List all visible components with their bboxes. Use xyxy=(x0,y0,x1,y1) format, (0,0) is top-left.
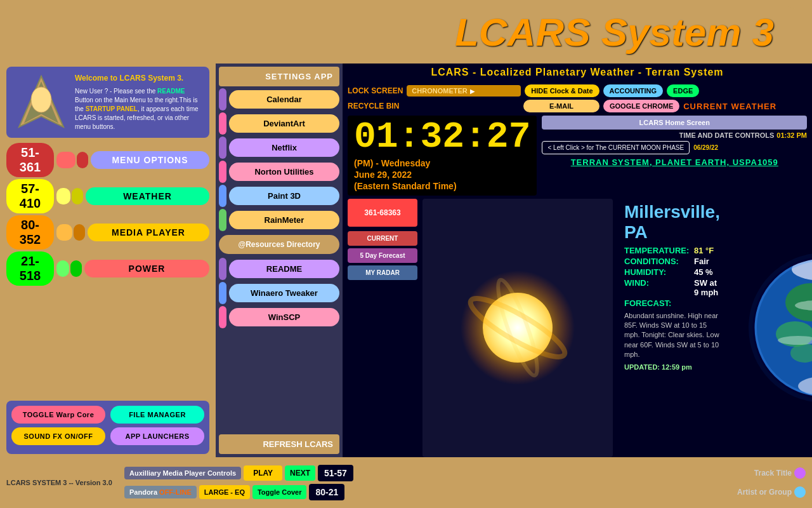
bar-green xyxy=(56,260,69,277)
eq-btn[interactable]: LARGE - EQ xyxy=(199,485,250,499)
app-launchers-btn[interactable]: APP LAUNCHERS xyxy=(110,427,204,445)
moon-date: 06/29/22 xyxy=(693,144,718,151)
artist-dot xyxy=(794,486,806,498)
updated-text: UPDATED: 12:59 pm xyxy=(624,363,720,371)
num-badge-3: 80-352 xyxy=(6,215,54,250)
email-btn[interactable]: E-MAIL xyxy=(523,100,599,112)
media-controls: Auxilliary Media Player Controls PLAY NE… xyxy=(124,465,806,500)
toggle-warp-btn[interactable]: TOGGLE Warp Core xyxy=(11,406,105,424)
bar-darkorange xyxy=(74,224,85,241)
weather-tabs-panel: 361-68363 CURRENT 5 Day Forecast MY RADA… xyxy=(348,199,417,457)
forecast-text: Abundant sunshine. High near 85F. Winds … xyxy=(624,311,720,360)
right-panel: LCARS - Localized Planetary Weather - Te… xyxy=(343,64,812,457)
edge-btn[interactable]: EDGE xyxy=(667,84,699,97)
app-dot-deviantart xyxy=(219,112,226,135)
deviantart-btn[interactable]: DeviantArt xyxy=(229,114,339,133)
num-row-3: 80-352 MEDIA PLAYER xyxy=(6,215,209,250)
num-display: 361-68363 xyxy=(348,199,417,227)
bottom-bar: LCARS SYSTEM 3 -- Version 3.0 Auxilliary… xyxy=(0,457,812,508)
clock-datetime: (PM) - Wednesday June 29, 2022 (Eastern … xyxy=(354,157,530,192)
track-num-bottom: 80-21 xyxy=(309,484,344,500)
clock-period: (PM) - Wednesday xyxy=(354,157,530,169)
bar-darkgreen xyxy=(70,260,82,277)
google-chrome-btn[interactable]: GOOGLE CHROME xyxy=(603,100,679,112)
app-dot-norton xyxy=(219,161,226,183)
bar-darkred xyxy=(77,152,88,168)
app-dot-winscp xyxy=(219,306,226,328)
num-badge-4: 21-518 xyxy=(6,251,54,286)
readme-btn[interactable]: README xyxy=(229,260,339,278)
wind-label: WIND: xyxy=(624,278,694,297)
conditions-label: CONDITIONS: xyxy=(624,257,694,266)
next-btn[interactable]: NEXT xyxy=(285,465,315,481)
norton-btn[interactable]: Norton Utilities xyxy=(229,163,339,181)
5day-forecast-tab[interactable]: 5 Day Forecast xyxy=(348,248,417,263)
middle-panel: SETTINGS APP Calendar DeviantArt Netflix… xyxy=(216,64,343,457)
app-item-rainmeter: RainMeter xyxy=(219,209,339,231)
app-item-calendar: Calendar xyxy=(219,88,339,110)
winscp-btn[interactable]: WinSCP xyxy=(229,308,339,326)
weather-temperature-row: TEMPERATURE: 81 °F xyxy=(624,246,720,255)
current-weather-label: CURRENT WEATHER xyxy=(683,102,776,111)
moon-phase-btn[interactable]: < Left Click > for The CURRENT MOON PHAS… xyxy=(542,141,690,154)
clock-time: 01:32:27 xyxy=(354,119,530,156)
num-row-1: 51-361 MENU OPTIONS xyxy=(6,143,209,177)
play-btn[interactable]: PLAY xyxy=(244,465,282,481)
time-date-controls: TIME AND DATE CONTROLS 01:32 PM xyxy=(542,131,807,139)
cover-btn[interactable]: Toggle Cover xyxy=(252,485,306,499)
controls-row1: LOCK SCREEN CHRONOMETER ▶ HIDE Clock & D… xyxy=(348,84,807,97)
btn-row-1: TOGGLE Warp Core FILE MANAGER xyxy=(11,406,204,424)
chrono-arrow: ▶ xyxy=(470,88,475,95)
num-row-2: 57-410 WEATHER xyxy=(6,179,209,213)
temperature-value: 81 °F xyxy=(694,246,714,255)
media-row-2: Pandora OFF-LINE LARGE - EQ Toggle Cover… xyxy=(124,484,806,500)
paint3d-btn[interactable]: Paint 3D xyxy=(229,187,339,205)
temperature-label: TEMPERATURE: xyxy=(624,246,694,255)
forecast-label: FORECAST: xyxy=(624,298,694,308)
conditions-value: Fair xyxy=(694,257,709,266)
earth-display xyxy=(731,199,812,457)
wind-value: SW at 9 mph xyxy=(694,278,720,297)
num-badge-2: 57-410 xyxy=(6,179,54,213)
app-item-norton: Norton Utilities xyxy=(219,161,339,183)
bar-orange xyxy=(56,224,72,241)
tdc-time: 01:32 PM xyxy=(776,131,807,139)
terran-system-link[interactable]: TERRAN SYSTEM, PLANET EARTH, USPA1059 xyxy=(542,156,807,168)
accounting-btn[interactable]: ACCOUNTING xyxy=(603,84,664,97)
color-bars-4 xyxy=(56,260,82,277)
rainmeter-btn[interactable]: RainMeter xyxy=(229,211,339,229)
app-item-deviantart: DeviantArt xyxy=(219,112,339,135)
hide-clock-btn[interactable]: HIDE Clock & Date xyxy=(525,84,599,97)
media-player-btn[interactable]: MEDIA PLAYER xyxy=(88,224,209,241)
color-bars-2 xyxy=(56,188,83,204)
app-title: LCARS System 3 xyxy=(455,10,774,55)
terran-link-text[interactable]: TERRAN SYSTEM, PLANET EARTH, USPA1059 xyxy=(571,157,778,167)
startup-text: Welcome to LCARS System 3. New User ? - … xyxy=(75,73,203,131)
resources-btn[interactable]: @Resources Directory xyxy=(219,235,339,254)
netflix-btn[interactable]: Netflix xyxy=(229,138,339,157)
sound-fx-btn[interactable]: SOUND FX ON/OFF xyxy=(11,427,105,445)
main-area: Welcome to LCARS System 3. New User ? - … xyxy=(0,64,812,457)
app-dot-paint3d xyxy=(219,185,226,207)
menu-options-btn[interactable]: MENU OPTIONS xyxy=(91,151,209,169)
file-manager-btn[interactable]: FILE MANAGER xyxy=(110,406,204,424)
current-weather-tab[interactable]: CURRENT xyxy=(348,231,417,246)
home-screen-btn[interactable]: LCARS Home Screen xyxy=(542,116,807,130)
winaero-btn[interactable]: Winaero Tweaker xyxy=(229,284,339,302)
weather-btn[interactable]: WEATHER xyxy=(86,187,209,205)
humidity-value: 45 % xyxy=(694,267,713,277)
bar-darkyellow xyxy=(72,188,83,204)
refresh-lcars-btn[interactable]: REFRESH LCARS xyxy=(219,434,339,454)
power-btn[interactable]: POWER xyxy=(84,260,209,277)
num-row-4: 21-518 POWER xyxy=(6,251,209,286)
right-side-controls: LCARS Home Screen TIME AND DATE CONTROLS… xyxy=(542,116,807,196)
calendar-btn[interactable]: Calendar xyxy=(229,90,339,109)
app-item-readme: README xyxy=(219,258,339,280)
my-radar-tab[interactable]: MY RADAR xyxy=(348,265,417,280)
sun-display xyxy=(422,199,613,457)
color-bars-1 xyxy=(56,152,88,168)
badge-area xyxy=(13,73,70,131)
settings-app-btn[interactable]: SETTINGS APP xyxy=(219,67,339,86)
moon-phase-row: < Left Click > for The CURRENT MOON PHAS… xyxy=(542,141,807,154)
bar-yellow xyxy=(56,188,70,204)
